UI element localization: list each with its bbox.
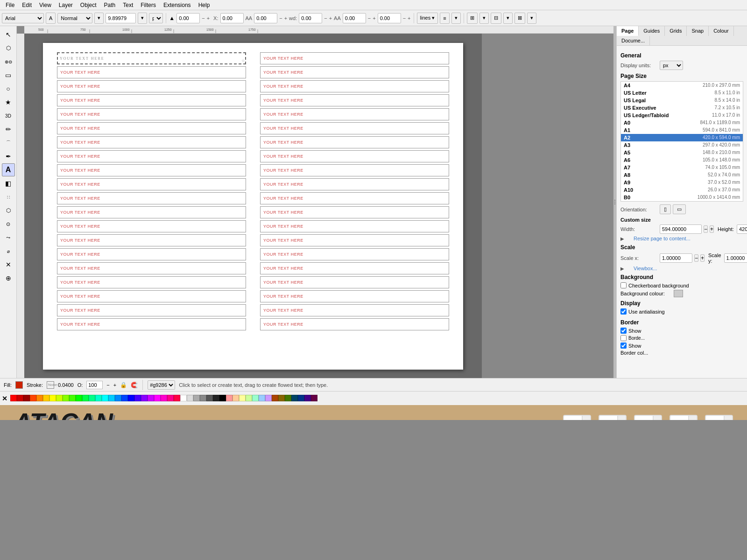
stroke-color-swatch[interactable]: None	[47, 381, 54, 389]
color-swatch[interactable]	[187, 395, 193, 401]
scale-y-input[interactable]	[724, 253, 747, 263]
scale-x-minus[interactable]: −	[694, 254, 698, 262]
tool-measure[interactable]: ⌀	[2, 245, 15, 258]
lines-select[interactable]: lines ▾	[417, 13, 438, 24]
list-item[interactable]: YOUR TEXT HERE	[260, 304, 449, 316]
page-size-item[interactable]: US Executive7.2 x 10.5 in	[621, 104, 743, 112]
list-item[interactable]: YOUR TEXT HERE	[57, 290, 246, 302]
color-swatch[interactable]	[200, 395, 206, 401]
list-item[interactable]: YOUR TEXT HERE	[260, 248, 449, 260]
list-item[interactable]: YOUR TEXT HERE	[260, 150, 449, 162]
tab-page[interactable]: Page	[617, 26, 639, 36]
list-item[interactable]: YOUR TEXT HERE	[260, 122, 449, 134]
landscape-btn[interactable]: ▭	[673, 204, 686, 214]
page-size-item[interactable]: A0841.0 x 1189.0 mm	[621, 119, 743, 126]
tool-3d[interactable]: 3D	[2, 109, 15, 122]
scale-x-input[interactable]	[660, 253, 692, 263]
color-swatch[interactable]	[56, 395, 63, 401]
tool-gradient[interactable]: ◧	[2, 177, 15, 190]
first-row-left[interactable]: YOUR TEXT HERE ◇	[57, 52, 246, 64]
file-type-icon[interactable]: .SVG	[563, 415, 591, 420]
view-btn1[interactable]: ⊞	[467, 13, 478, 24]
tool-star[interactable]: ★	[2, 96, 15, 109]
tool-select-arrow[interactable]: ↖	[2, 28, 15, 41]
size-unit-select[interactable]: pt	[149, 13, 163, 23]
font-family-select[interactable]: Arial	[2, 13, 44, 23]
color-swatch[interactable]	[17, 395, 23, 401]
color-swatch[interactable]	[89, 395, 95, 401]
menu-view[interactable]: View	[35, 1, 55, 9]
page-size-item[interactable]: A1594.0 x 841.0 mm	[621, 126, 743, 134]
show-border3-checkbox[interactable]	[620, 343, 627, 349]
list-item[interactable]: YOUR TEXT HERE	[260, 94, 449, 106]
menu-filters[interactable]: Filters	[137, 1, 160, 9]
width-minus-btn[interactable]: −	[704, 225, 708, 233]
color-swatch[interactable]	[180, 395, 187, 401]
page-size-item[interactable]: US Letter8.5 x 11.0 in	[621, 89, 743, 97]
tab-grids[interactable]: Grids	[665, 26, 687, 36]
tool-calligraphy[interactable]: ✒	[2, 150, 15, 163]
list-item[interactable]: YOUR TEXT HERE	[57, 66, 246, 78]
color-swatch[interactable]	[219, 395, 226, 401]
viewbox-collapse-icon[interactable]: ▶	[620, 266, 624, 271]
page-size-item[interactable]: A852.0 x 74.0 mm	[621, 171, 743, 179]
show-border-label[interactable]: Show	[620, 328, 648, 334]
color-swatch[interactable]	[10, 395, 17, 401]
list-item[interactable]: YOUR TEXT HERE	[57, 318, 246, 330]
color-swatch[interactable]	[174, 395, 180, 401]
font-style-dropdown[interactable]: ▾	[94, 13, 104, 24]
tab-guides[interactable]: Guides	[639, 26, 665, 36]
menu-layer[interactable]: Layer	[55, 1, 77, 9]
resize-to-content-link[interactable]: Resize page to content...	[634, 236, 691, 241]
menu-file[interactable]: File	[2, 1, 18, 9]
list-item[interactable]: YOUR TEXT HERE	[260, 220, 449, 232]
color-swatch[interactable]	[298, 395, 304, 401]
menu-extensions[interactable]: Extensions	[160, 1, 195, 9]
tool-circle[interactable]: ○	[2, 82, 15, 95]
list-item[interactable]: YOUR TEXT HERE	[57, 108, 246, 120]
no-color-btn[interactable]: ✕	[2, 395, 7, 402]
list-item[interactable]: YOUR TEXT HERE	[57, 136, 246, 148]
tab-document[interactable]: Docume...	[617, 36, 650, 45]
tab-snap[interactable]: Snap	[687, 26, 709, 36]
color-swatch[interactable]	[43, 395, 49, 401]
x-coord-input[interactable]	[220, 13, 244, 23]
show-border3-label[interactable]: Show	[620, 343, 648, 349]
menu-edit[interactable]: Edit	[18, 1, 35, 9]
view-btn3[interactable]: ⊠	[514, 13, 525, 24]
color-swatch[interactable]	[108, 395, 115, 401]
list-item[interactable]: YOUR TEXT HERE	[57, 178, 246, 190]
list-item[interactable]: YOUR TEXT HERE	[57, 262, 246, 274]
color-swatch[interactable]	[115, 395, 121, 401]
tool-node[interactable]: ⬡	[2, 42, 15, 55]
bg-color-swatch[interactable]	[674, 290, 683, 297]
list-item[interactable]: YOUR TEXT HERE	[260, 164, 449, 176]
o-val-input[interactable]	[378, 13, 401, 23]
opacity-minus[interactable]: −	[106, 382, 109, 388]
tool-eyedropper[interactable]: ⊙	[2, 217, 15, 231]
tool-eraser[interactable]: ✕	[2, 258, 15, 271]
font-style-icon[interactable]: A	[46, 13, 56, 24]
color-swatch[interactable]	[304, 395, 311, 401]
viewbox-link[interactable]: Viewbox...	[634, 266, 657, 271]
first-row-right[interactable]: YOUR TEXT HERE	[260, 52, 449, 64]
list-item[interactable]: YOUR TEXT HERE	[57, 248, 246, 260]
font-size-dropdown[interactable]: ▾	[138, 13, 147, 24]
list-item[interactable]: YOUR TEXT HERE	[260, 262, 449, 274]
list-item[interactable]: YOUR TEXT HERE	[57, 94, 246, 106]
color-swatch[interactable]	[141, 395, 148, 401]
page-size-item[interactable]: A1026.0 x 37.0 mm	[621, 186, 743, 194]
list-item[interactable]: YOUR TEXT HERE	[260, 234, 449, 246]
color-swatch[interactable]	[161, 395, 167, 401]
view-btn2-dropdown[interactable]: ▾	[503, 13, 513, 24]
canvas-inner[interactable]: YOUR TEXT HERE ◇ YOUR TEXT HERE YOUR TEX…	[24, 34, 613, 378]
y-coord-input[interactable]	[176, 13, 200, 23]
view-btn2[interactable]: ⊟	[491, 13, 501, 24]
list-item[interactable]: YOUR TEXT HERE	[57, 276, 246, 288]
color-swatch[interactable]	[102, 395, 108, 401]
list-item[interactable]: YOUR TEXT HERE	[260, 178, 449, 190]
list-item[interactable]: YOUR TEXT HERE	[57, 122, 246, 134]
color-swatch[interactable]	[285, 395, 291, 401]
color-swatch[interactable]	[76, 395, 82, 401]
page-size-item[interactable]: US Legal8.5 x 14.0 in	[621, 97, 743, 104]
